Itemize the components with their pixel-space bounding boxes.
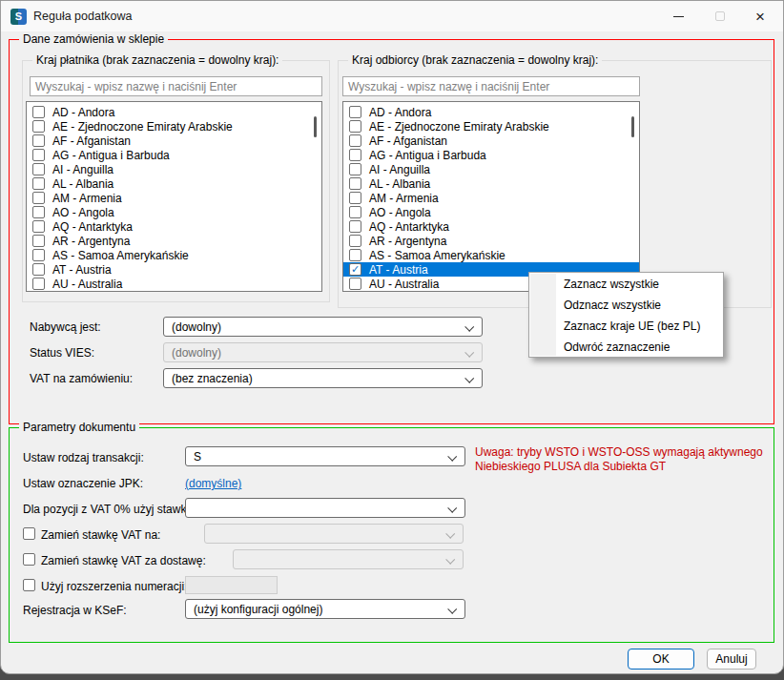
country-row[interactable]: AS - Samoa Amerykańskie <box>27 248 321 262</box>
window-title: Reguła podatkowa <box>33 1 133 31</box>
country-checkbox[interactable] <box>32 249 45 261</box>
country-label: AM - Armenia <box>52 192 122 205</box>
recipient-list-scrollbar[interactable] <box>631 116 634 137</box>
country-checkbox[interactable] <box>32 106 45 118</box>
payer-search-input[interactable] <box>30 76 322 96</box>
country-row[interactable]: AM - Armenia <box>343 191 639 205</box>
vies-status-select: (dowolny) <box>163 342 483 362</box>
country-row[interactable]: AM - Armenia <box>27 191 321 205</box>
country-label: AG - Antigua i Barbuda <box>52 149 170 162</box>
cancel-button[interactable]: Anuluj <box>707 649 756 670</box>
country-row[interactable]: AR - Argentyna <box>343 234 639 248</box>
close-button[interactable]: × <box>739 1 781 31</box>
context-menu-item[interactable]: Odznacz wszystkie <box>529 295 723 316</box>
minimize-button[interactable] <box>657 1 699 31</box>
country-label: AL - Albania <box>52 177 113 191</box>
payer-list-scrollbar[interactable] <box>314 116 317 137</box>
country-checkbox[interactable]: ✓ <box>349 263 361 276</box>
context-menu-item[interactable]: Odwróć zaznaczenie <box>529 337 723 358</box>
country-row[interactable]: AI - Anguilla <box>343 162 639 176</box>
transaction-type-select[interactable]: S <box>185 446 465 466</box>
country-row[interactable]: AU - Australia <box>27 277 321 291</box>
country-label: AD - Andora <box>369 106 431 119</box>
country-checkbox[interactable] <box>32 177 45 190</box>
country-label: AM - Armenia <box>369 192 439 205</box>
country-row[interactable]: AG - Antigua i Barbuda <box>343 148 639 162</box>
app-icon: S <box>10 9 27 25</box>
country-checkbox[interactable] <box>32 163 45 175</box>
country-label: AD - Andora <box>52 106 114 119</box>
jpk-default-link[interactable]: (domyślne) <box>185 477 241 491</box>
country-checkbox[interactable] <box>32 278 45 290</box>
country-row[interactable]: AE - Zjednoczone Emiraty Arabskie <box>27 119 321 134</box>
ksef-select[interactable]: (użyj konfiguracji ogólnej) <box>185 599 465 619</box>
country-row[interactable]: AO - Angola <box>27 205 321 219</box>
order-vat-select[interactable]: (bez znaczenia) <box>163 368 483 388</box>
vat0-select[interactable] <box>185 498 465 518</box>
document-section-title: Parametry dokumentu <box>19 421 139 435</box>
swap-vat-checkbox[interactable] <box>23 527 35 540</box>
country-checkbox[interactable] <box>349 177 361 190</box>
country-checkbox[interactable] <box>32 134 45 147</box>
context-menu-item[interactable]: Zaznacz kraje UE (bez PL) <box>529 316 723 337</box>
country-checkbox[interactable] <box>32 235 45 247</box>
country-row[interactable]: AD - Andora <box>343 105 639 119</box>
country-row[interactable]: AG - Antigua i Barbuda <box>27 148 321 162</box>
transaction-type-label: Ustaw rodzaj transakcji: <box>23 451 144 465</box>
country-checkbox[interactable] <box>349 192 361 204</box>
country-row[interactable]: AF - Afganistan <box>27 134 321 148</box>
recipient-country-list[interactable]: AD - AndoraAE - Zjednoczone Emiraty Arab… <box>342 101 640 292</box>
country-row[interactable]: AI - Anguilla <box>27 162 321 176</box>
maximize-button[interactable] <box>699 1 741 31</box>
country-row[interactable]: AR - Argentyna <box>27 234 321 248</box>
country-row[interactable]: AE - Zjednoczone Emiraty Arabskie <box>343 119 639 134</box>
numbering-checkbox[interactable] <box>23 579 35 591</box>
country-row[interactable]: AL - Albania <box>27 176 321 191</box>
payer-country-list[interactable]: AD - AndoraAE - Zjednoczone Emiraty Arab… <box>26 101 322 292</box>
country-checkbox[interactable] <box>349 163 361 175</box>
country-row[interactable]: AS - Samoa Amerykańskie <box>343 248 639 262</box>
numbering-label: Użyj rozszerzenia numeracji: <box>41 580 187 594</box>
country-checkbox[interactable] <box>32 149 45 161</box>
buyer-type-select[interactable]: (dowolny) <box>163 317 483 337</box>
country-row[interactable]: AT - Austria <box>27 262 321 277</box>
country-label: AL - Albania <box>369 177 430 191</box>
country-row[interactable]: AQ - Antarktyka <box>27 219 321 234</box>
swap-vat-delivery-checkbox[interactable] <box>23 553 35 566</box>
close-icon: × <box>755 9 765 25</box>
country-checkbox[interactable] <box>349 106 361 118</box>
vies-status-label: Status VIES: <box>30 346 94 361</box>
country-label: AR - Argentyna <box>52 235 130 248</box>
country-row[interactable]: AO - Angola <box>343 205 639 219</box>
country-checkbox[interactable] <box>349 278 361 290</box>
country-row[interactable]: AQ - Antarktyka <box>343 219 639 234</box>
order-vat-label: VAT na zamówieniu: <box>30 372 133 386</box>
country-label: AI - Anguilla <box>52 163 113 176</box>
country-checkbox[interactable] <box>32 206 45 218</box>
country-row[interactable]: AD - Andora <box>27 105 321 119</box>
ok-button[interactable]: OK <box>628 649 694 670</box>
country-label: AE - Zjednoczone Emiraty Arabskie <box>52 120 233 134</box>
country-checkbox[interactable] <box>349 134 361 147</box>
country-checkbox[interactable] <box>349 235 361 247</box>
country-label: AT - Austria <box>52 263 112 277</box>
order-vat-value: (bez znaczenia) <box>172 372 253 385</box>
country-checkbox[interactable] <box>32 192 45 204</box>
country-checkbox[interactable] <box>32 220 45 233</box>
recipient-search-input[interactable] <box>342 76 640 96</box>
country-row[interactable]: AL - Albania <box>343 176 639 191</box>
country-label: AQ - Antarktyka <box>52 220 133 234</box>
ksef-label: Rejestracja w KSeF: <box>23 604 127 618</box>
country-row[interactable]: AF - Afganistan <box>343 134 639 148</box>
context-menu-item[interactable]: Zaznacz wszystkie <box>529 274 723 295</box>
vat0-label: Dla pozycji z VAT 0% użyj stawki: <box>23 503 192 517</box>
country-checkbox[interactable] <box>349 120 361 133</box>
country-checkbox[interactable] <box>349 149 361 161</box>
country-label: AF - Afganistan <box>52 134 131 148</box>
country-checkbox[interactable] <box>32 120 45 133</box>
country-checkbox[interactable] <box>32 263 45 276</box>
country-checkbox[interactable] <box>349 220 361 233</box>
country-checkbox[interactable] <box>349 206 361 218</box>
chevron-down-icon <box>464 348 474 358</box>
country-checkbox[interactable] <box>349 249 361 261</box>
